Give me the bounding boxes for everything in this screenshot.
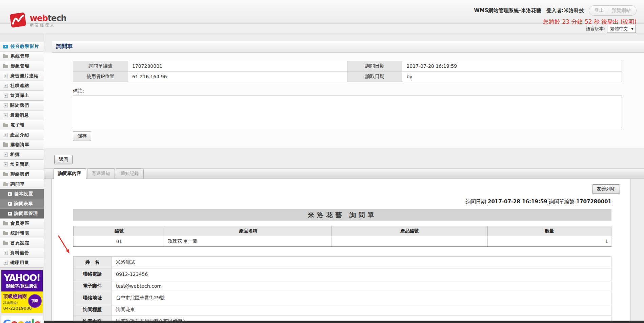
- sidebar-item-shopping-list[interactable]: 購物清單: [0, 140, 44, 150]
- logout-button[interactable]: 登出: [595, 7, 604, 14]
- sub-arrow-icon: ▶: [8, 192, 12, 196]
- sub-arrow-icon: ▶: [8, 202, 12, 206]
- folder-icon: [3, 143, 8, 147]
- sidebar-item-system-mgmt[interactable]: 系統管理: [0, 52, 44, 61]
- detail-label-address: 聯絡地址: [74, 292, 112, 304]
- footer-edge-strip: [44, 321, 644, 323]
- sidebar-item-inquiry-form[interactable]: ▶詢問表單: [0, 199, 44, 209]
- sidebar-item-data-backup[interactable]: ▶資料備份: [0, 248, 44, 258]
- detail-value-phone: 0912-123456: [112, 268, 611, 280]
- sidebar-item-inquiry-mgmt[interactable]: ▶詢問單管理: [0, 209, 44, 219]
- sidebar-item-faq[interactable]: ▶常見問題: [0, 160, 44, 169]
- video-icon: [3, 45, 8, 48]
- preview-site-button[interactable]: 預覽網站: [612, 7, 631, 14]
- sidebar-item-tutorial-video[interactable]: 後台教學影片: [0, 42, 44, 52]
- inquiry-info-table: 詢問單編號 1707280001 詢問日期 2017-07-28 16:19:5…: [73, 61, 622, 82]
- pill-divider: [608, 7, 608, 14]
- table-row: 使用者IP位置 61.216.164.96 讀取日期 by: [73, 72, 622, 82]
- friendly-print-button[interactable]: 友善列印: [592, 184, 620, 194]
- detail-label-phone: 聯絡電話: [74, 268, 112, 280]
- main-content: 詢問車 詢問單編號 1707280001 詢問日期 2017-07-28 16:…: [44, 34, 644, 323]
- header-action-pill: 登出 預覽網站: [589, 5, 637, 16]
- system-title: WMS網站管理系統-米洛花藝 登入者:米洛科技: [474, 7, 584, 14]
- sidebar-item-stats-report[interactable]: 統計報表: [0, 228, 44, 238]
- summary-date-label: 詢問日期:: [466, 199, 488, 205]
- arrow-icon: ▶: [4, 94, 8, 98]
- memo-textarea[interactable]: [73, 96, 622, 128]
- detail-label-name: 姓 名: [74, 257, 112, 268]
- google-ad-logo[interactable]: Google: [1, 316, 43, 323]
- tab-inquiry-content[interactable]: 詢問單內容: [54, 168, 86, 179]
- sidebar-item-disk-usage[interactable]: ▶磁碟用量: [0, 258, 44, 268]
- arrow-icon: ▶: [4, 133, 8, 137]
- user-ip-label: 使用者IP位置: [73, 72, 128, 82]
- sidebar-item-home-settings[interactable]: 首頁設定: [0, 238, 44, 248]
- col-header-no: 編號: [74, 226, 165, 236]
- col-header-product-no: 產品編號: [331, 226, 487, 236]
- table-row: 詢問標題詢問花束: [74, 304, 611, 316]
- arrow-icon: ▶: [4, 74, 8, 78]
- table-header-row: 編號 產品名稱 產品編號 數量: [74, 226, 611, 236]
- yahoo-tagline: 關鍵字/原生廣告: [2, 283, 42, 289]
- table-row: 詢問單編號 1707280001 詢問日期 2017-07-28 16:19:5…: [73, 61, 622, 72]
- language-select[interactable]: 繁體中文 ▼: [607, 25, 636, 33]
- sidebar-item-social-links[interactable]: ▶社群連結: [0, 81, 44, 91]
- arrow-icon: ▶: [4, 261, 8, 265]
- tabs-bar: 詢問單內容 寄送通知 通知記錄: [44, 168, 644, 179]
- detail-value-subject: 詢問花束: [112, 304, 611, 316]
- folder-open-icon: [3, 183, 8, 186]
- sidebar-item-news[interactable]: ▶最新消息: [0, 110, 44, 120]
- inquiry-meta-section: 詢問單編號 1707280001 詢問日期 2017-07-28 16:19:5…: [44, 53, 644, 148]
- annotation-arrow-icon: [57, 235, 72, 256]
- arrow-icon: ▶: [4, 103, 8, 107]
- col-header-quantity: 數量: [487, 226, 611, 236]
- folder-icon: [3, 232, 8, 235]
- detail-value-name: 米洛測試: [112, 257, 611, 268]
- sidebar-item-newsletter[interactable]: 電子報: [0, 120, 44, 130]
- memo-label: 備註:: [73, 88, 622, 94]
- back-button[interactable]: 返回: [54, 155, 73, 164]
- inquiry-no-value: 1707280001: [128, 61, 347, 72]
- arrow-icon: ▶: [4, 251, 8, 255]
- summary-no-link[interactable]: 1707280001: [576, 199, 611, 205]
- arrow-icon: ▶: [4, 153, 8, 157]
- tab-send-notification[interactable]: 寄送通知: [87, 168, 115, 179]
- inquiry-detail-panel: 友善列印 詢問日期:2017-07-28 16:19:59 詢問單編號:1707…: [52, 179, 630, 323]
- sidebar-item-about-us[interactable]: ▶關於我們: [0, 101, 44, 110]
- page-title: 詢問車: [52, 41, 644, 53]
- folder-icon: [3, 222, 8, 225]
- sidebar-item-contact-us[interactable]: 聯絡我們: [0, 169, 44, 179]
- tab-notification-log[interactable]: 通知記錄: [116, 168, 144, 179]
- sidebar-item-basic-settings[interactable]: ▶基本設置: [0, 189, 44, 199]
- detail-label-subject: 詢問標題: [74, 304, 112, 316]
- sidebar-item-inquiry-cart[interactable]: 詢問車: [0, 179, 44, 189]
- sidebar-item-album[interactable]: ▶相簿: [0, 150, 44, 160]
- app-header: webtech 網頁經理人 WMS網站管理系統-米洛花藝 登入者:米洛科技 登出…: [0, 0, 644, 34]
- sidebar-item-products[interactable]: ▶產品介紹: [0, 130, 44, 140]
- language-label: 語言版本:: [586, 26, 605, 32]
- user-ip-value: 61.216.164.96: [128, 72, 347, 82]
- inquiry-form-title: 米洛花藝 詢問單: [73, 209, 611, 221]
- chevron-down-icon: ▼: [631, 27, 633, 31]
- cell-no: 01: [74, 236, 165, 247]
- folder-icon: [3, 55, 8, 58]
- inquiry-date-label: 詢問日期: [347, 61, 402, 72]
- sidebar-item-ad-links[interactable]: ▶廣告圖片連結: [0, 71, 44, 81]
- arrow-icon: ▶: [4, 162, 8, 166]
- folder-icon: [3, 65, 8, 68]
- save-button[interactable]: 儲存: [73, 132, 91, 141]
- folder-icon: [3, 173, 8, 176]
- col-header-product-name: 產品名稱: [165, 226, 331, 236]
- table-row: 電子郵件test@webtech.com: [74, 280, 611, 292]
- yahoo-ad-banner[interactable]: YAHOO! 關鍵字/原生廣告 頂級經銷商 諮詢專線: 04-22019000 …: [1, 270, 43, 313]
- sidebar-item-members[interactable]: 會員專區: [0, 219, 44, 228]
- logo-subtitle: 網頁經理人: [30, 23, 66, 27]
- sidebar-item-image-mgmt[interactable]: 形象管理: [0, 61, 44, 71]
- sidebar: 後台教學影片 系統管理 形象管理 ▶廣告圖片連結 ▶社群連結 ▶首頁彈出 ▶關於…: [0, 34, 44, 323]
- summary-date-link[interactable]: 2017-07-28 16:19:59: [488, 199, 547, 205]
- header-top-row: WMS網站管理系統-米洛花藝 登入者:米洛科技 登出 預覽網站 您將於 23 分…: [0, 0, 644, 24]
- sidebar-item-home-popup[interactable]: ▶首頁彈出: [0, 91, 44, 101]
- sub-arrow-icon: ▶: [8, 212, 12, 216]
- table-row: 姓 名米洛測試: [74, 257, 611, 268]
- detail-value-address: 台中市北區華貴街29號: [112, 292, 611, 304]
